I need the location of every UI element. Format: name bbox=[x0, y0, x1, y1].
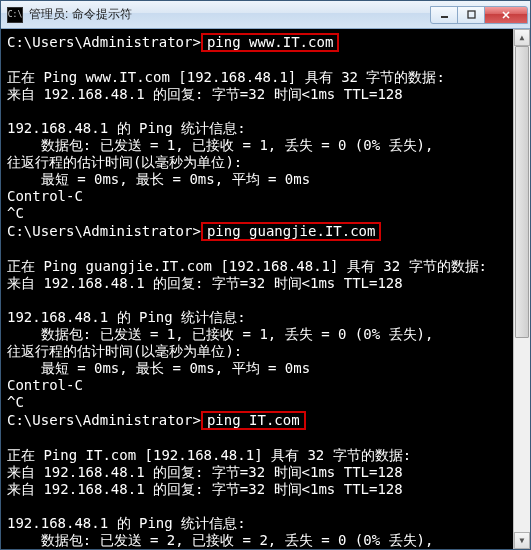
svg-rect-1 bbox=[468, 11, 475, 18]
output-line: 正在 Ping www.IT.com [192.168.48.1] 具有 32 … bbox=[7, 69, 524, 86]
output-line: 来自 192.168.48.1 的回复: 字节=32 时间<1ms TTL=12… bbox=[7, 86, 524, 103]
prompt-line: C:\Users\Administrator>ping www.IT.com bbox=[7, 33, 524, 52]
output-line: 正在 Ping IT.com [192.168.48.1] 具有 32 字节的数… bbox=[7, 447, 524, 464]
scroll-down-button[interactable]: ▼ bbox=[514, 532, 530, 549]
output-line: Control-C bbox=[7, 377, 524, 394]
terminal-area[interactable]: C:\Users\Administrator>ping www.IT.com 正… bbox=[1, 29, 530, 549]
vertical-scrollbar[interactable]: ▲▼ bbox=[513, 29, 530, 549]
output-line: 来自 192.168.48.1 的回复: 字节=32 时间<1ms TTL=12… bbox=[7, 481, 524, 498]
output-line: 192.168.48.1 的 Ping 统计信息: bbox=[7, 120, 524, 137]
output-line: ^C bbox=[7, 205, 524, 222]
output-line bbox=[7, 52, 524, 69]
output-line: 数据包: 已发送 = 2, 已接收 = 2, 丢失 = 0 (0% 丢失), bbox=[7, 532, 524, 549]
prompt-text: C:\Users\Administrator> bbox=[7, 412, 201, 428]
command-text: ping www.IT.com bbox=[201, 33, 339, 52]
output-line: ^C bbox=[7, 394, 524, 411]
output-line: 正在 Ping guangjie.IT.com [192.168.48.1] 具… bbox=[7, 258, 524, 275]
output-line: 数据包: 已发送 = 1, 已接收 = 1, 丢失 = 0 (0% 丢失), bbox=[7, 137, 524, 154]
cmd-window: C:\ 管理员: 命令提示符 C:\Users\Administrator>pi… bbox=[0, 0, 531, 550]
window-title: 管理员: 命令提示符 bbox=[29, 6, 431, 23]
scroll-thumb[interactable] bbox=[515, 46, 529, 338]
output-line bbox=[7, 430, 524, 447]
prompt-line: C:\Users\Administrator>ping IT.com bbox=[7, 411, 524, 430]
output-line: Control-C bbox=[7, 188, 524, 205]
window-controls bbox=[431, 6, 528, 24]
prompt-text: C:\Users\Administrator> bbox=[7, 223, 201, 239]
output-line: 来自 192.168.48.1 的回复: 字节=32 时间<1ms TTL=12… bbox=[7, 464, 524, 481]
output-line bbox=[7, 241, 524, 258]
prompt-text: C:\Users\Administrator> bbox=[7, 34, 201, 50]
output-line: 数据包: 已发送 = 1, 已接收 = 1, 丢失 = 0 (0% 丢失), bbox=[7, 326, 524, 343]
output-line: 往返行程的估计时间(以毫秒为单位): bbox=[7, 154, 524, 171]
output-line: 最短 = 0ms, 最长 = 0ms, 平均 = 0ms bbox=[7, 171, 524, 188]
output-line: 来自 192.168.48.1 的回复: 字节=32 时间<1ms TTL=12… bbox=[7, 275, 524, 292]
titlebar[interactable]: C:\ 管理员: 命令提示符 bbox=[1, 1, 530, 29]
output-line bbox=[7, 103, 524, 120]
command-text: ping guangjie.IT.com bbox=[201, 222, 382, 241]
scroll-up-button[interactable]: ▲ bbox=[514, 29, 530, 46]
output-line: 最短 = 0ms, 最长 = 0ms, 平均 = 0ms bbox=[7, 360, 524, 377]
svg-rect-0 bbox=[441, 16, 448, 18]
cmd-icon: C:\ bbox=[7, 7, 23, 23]
output-line bbox=[7, 498, 524, 515]
output-line: 192.168.48.1 的 Ping 统计信息: bbox=[7, 309, 524, 326]
maximize-button[interactable] bbox=[457, 6, 485, 24]
scroll-track[interactable] bbox=[514, 46, 530, 532]
minimize-button[interactable] bbox=[430, 6, 458, 24]
close-button[interactable] bbox=[484, 6, 528, 24]
output-line: 往返行程的估计时间(以毫秒为单位): bbox=[7, 343, 524, 360]
command-text: ping IT.com bbox=[201, 411, 306, 430]
prompt-line: C:\Users\Administrator>ping guangjie.IT.… bbox=[7, 222, 524, 241]
output-line bbox=[7, 292, 524, 309]
output-line: 192.168.48.1 的 Ping 统计信息: bbox=[7, 515, 524, 532]
